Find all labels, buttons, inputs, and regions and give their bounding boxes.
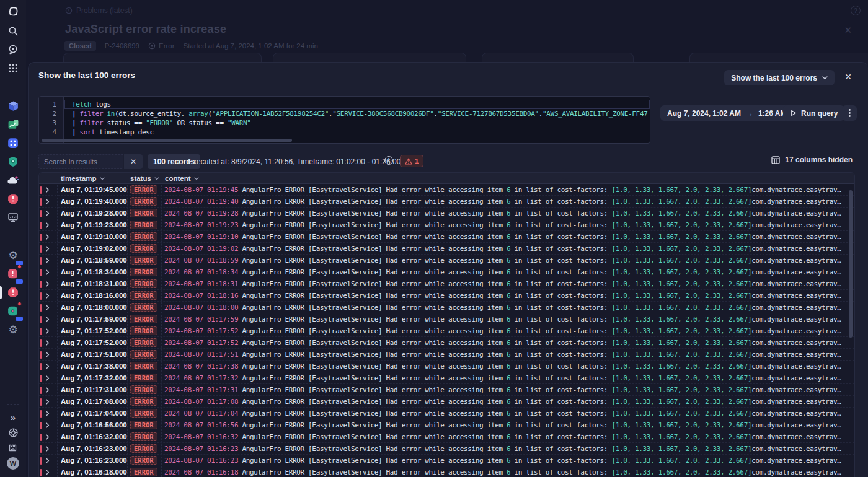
- help-icon[interactable]: ?: [851, 6, 861, 15]
- table-row[interactable]: Aug 7, 01:17:52.000ERROR2024-08-07 01:17…: [39, 325, 854, 337]
- table-row[interactable]: Aug 7, 01:18:31.000ERROR2024-08-07 01:18…: [39, 278, 854, 290]
- table-row[interactable]: Aug 7, 01:17:31.000ERROR2024-08-07 01:17…: [39, 384, 854, 396]
- table-row[interactable]: Aug 7, 01:16:32.000ERROR2024-08-07 01:16…: [39, 431, 854, 443]
- severity-indicator: [40, 292, 42, 300]
- row-expand-chevron-icon[interactable]: [46, 208, 50, 219]
- row-expand-chevron-icon[interactable]: [46, 408, 50, 419]
- app-grid-icon[interactable]: [5, 60, 21, 76]
- monitoring-icon[interactable]: [5, 439, 21, 455]
- settings-icon[interactable]: ⚙: [5, 322, 21, 338]
- row-expand-chevron-icon[interactable]: [46, 396, 50, 408]
- scrollbar-thumb[interactable]: [42, 139, 292, 142]
- davis-ai-icon[interactable]: [5, 42, 21, 58]
- table-row[interactable]: Aug 7, 01:16:23.000ERROR2024-08-07 01:16…: [39, 443, 854, 455]
- user-avatar[interactable]: W: [5, 455, 21, 471]
- row-expand-chevron-icon[interactable]: [46, 266, 50, 278]
- table-row[interactable]: Aug 7, 01:18:16.000ERROR2024-08-07 01:18…: [39, 290, 854, 302]
- column-header-status[interactable]: status: [130, 173, 159, 184]
- columns-hidden-button[interactable]: 17 columns hidden: [771, 155, 852, 164]
- table-row[interactable]: Aug 7, 01:17:04.000ERROR2024-08-07 01:17…: [39, 408, 854, 419]
- row-expand-chevron-icon[interactable]: [46, 361, 50, 372]
- modal-close-icon[interactable]: ✕: [843, 72, 853, 82]
- info-icon[interactable]: i: [384, 156, 393, 165]
- table-row[interactable]: Aug 7, 01:19:28.000ERROR2024-08-07 01:19…: [39, 208, 854, 219]
- row-content: 2024-08-07 01:19:10 AngularFro ERROR [Ea…: [164, 231, 846, 243]
- row-expand-chevron-icon[interactable]: [46, 278, 50, 290]
- search-input[interactable]: [38, 154, 123, 169]
- synthetic-icon[interactable]: [5, 303, 21, 319]
- warning-count-badge[interactable]: 1: [400, 155, 423, 167]
- table-row[interactable]: Aug 7, 01:19:02.000ERROR2024-08-07 01:19…: [39, 243, 854, 255]
- row-expand-chevron-icon[interactable]: [46, 349, 50, 361]
- settings-beta-icon[interactable]: ⚙: [5, 247, 21, 263]
- row-expand-chevron-icon[interactable]: [46, 231, 50, 243]
- table-row[interactable]: Aug 7, 01:19:23.000ERROR2024-08-07 01:19…: [39, 219, 854, 231]
- dashboards-icon[interactable]: [5, 116, 21, 133]
- row-expand-chevron-icon[interactable]: [46, 419, 50, 431]
- table-row[interactable]: Aug 7, 01:17:59.000ERROR2024-08-07 01:17…: [39, 313, 854, 325]
- code-line[interactable]: fetch logs: [64, 100, 650, 109]
- table-row[interactable]: Aug 7, 01:18:59.000ERROR2024-08-07 01:18…: [39, 255, 854, 266]
- table-row[interactable]: Aug 7, 01:16:23.000ERROR2024-08-07 01:16…: [39, 455, 854, 466]
- code-line[interactable]: | filter in(dt.source_entity, array("APP…: [64, 109, 650, 118]
- table-row[interactable]: Aug 7, 01:17:51.000ERROR2024-08-07 01:17…: [39, 349, 854, 361]
- page-close-icon[interactable]: ✕: [844, 25, 852, 36]
- row-expand-chevron-icon[interactable]: [46, 255, 50, 266]
- help-icon[interactable]: [5, 424, 21, 440]
- security-icon[interactable]: [5, 154, 21, 170]
- table-row[interactable]: Aug 7, 01:17:08.000ERROR2024-08-07 01:17…: [39, 396, 854, 408]
- errors-selector-dropdown[interactable]: Show the last 100 errors: [724, 70, 835, 85]
- column-header-timestamp[interactable]: timestamp: [61, 173, 105, 184]
- row-expand-chevron-icon[interactable]: [46, 196, 50, 208]
- search-icon[interactable]: [5, 23, 21, 39]
- row-expand-chevron-icon[interactable]: [46, 372, 50, 384]
- table-row[interactable]: Aug 7, 01:18:34.000ERROR2024-08-07 01:18…: [39, 266, 854, 278]
- editor-code[interactable]: fetch logs| filter in(dt.source_entity, …: [64, 97, 650, 138]
- code-line[interactable]: | sort timestamp desc: [64, 128, 650, 137]
- table-row[interactable]: Aug 7, 01:16:18.000ERROR2024-08-07 01:16…: [39, 466, 854, 477]
- timeframe-selector[interactable]: Aug 7, 2024, 1:02 AM → 1:26 AM: [660, 105, 804, 121]
- table-row[interactable]: Aug 7, 01:19:40.000ERROR2024-08-07 01:19…: [39, 196, 854, 208]
- row-expand-chevron-icon[interactable]: [46, 184, 50, 196]
- column-header-content[interactable]: content: [165, 173, 199, 184]
- problems-notification-icon[interactable]: [5, 266, 21, 282]
- row-timestamp: Aug 7, 01:19:02.000: [61, 243, 127, 255]
- clouds-icon[interactable]: [5, 172, 21, 188]
- table-row[interactable]: Aug 7, 01:17:38.000ERROR2024-08-07 01:17…: [39, 361, 854, 372]
- row-expand-chevron-icon[interactable]: [46, 455, 50, 466]
- dynatrace-logo-icon[interactable]: [5, 4, 21, 20]
- problems-icon[interactable]: [5, 191, 21, 207]
- row-expand-chevron-icon[interactable]: [46, 219, 50, 231]
- row-status-badge: ERROR: [130, 185, 157, 194]
- expand-sidebar-icon[interactable]: »: [5, 409, 21, 425]
- editor-horizontal-scrollbar[interactable]: [40, 139, 649, 142]
- row-expand-chevron-icon[interactable]: [46, 313, 50, 325]
- query-editor[interactable]: 1234 fetch logs| filter in(dt.source_ent…: [38, 96, 650, 144]
- infrastructure-icon[interactable]: [5, 98, 21, 114]
- query-more-options-button[interactable]: [842, 105, 857, 121]
- table-row[interactable]: Aug 7, 01:19:45.000ERROR2024-08-07 01:19…: [39, 184, 854, 196]
- row-expand-chevron-icon[interactable]: [46, 384, 50, 396]
- code-line[interactable]: | filter status == "ERROR" OR status == …: [64, 118, 650, 128]
- row-expand-chevron-icon[interactable]: [46, 431, 50, 443]
- problems-active-icon[interactable]: [5, 284, 21, 300]
- table-row[interactable]: Aug 7, 01:19:10.000ERROR2024-08-07 01:19…: [39, 231, 854, 243]
- row-expand-chevron-icon[interactable]: [46, 337, 50, 349]
- row-expand-chevron-icon[interactable]: [46, 443, 50, 455]
- search-clear-button[interactable]: ✕: [124, 154, 143, 169]
- table-row[interactable]: Aug 7, 01:17:52.000ERROR2024-08-07 01:17…: [39, 337, 854, 349]
- row-expand-chevron-icon[interactable]: [46, 325, 50, 337]
- row-expand-chevron-icon[interactable]: [46, 290, 50, 302]
- row-expand-chevron-icon[interactable]: [46, 302, 50, 313]
- table-row[interactable]: Aug 7, 01:16:56.000ERROR2024-08-07 01:16…: [39, 419, 854, 431]
- table-row[interactable]: Aug 7, 01:17:32.000ERROR2024-08-07 01:17…: [39, 372, 854, 384]
- severity-indicator: [40, 210, 42, 217]
- row-expand-chevron-icon[interactable]: [46, 243, 50, 255]
- scrollbar-thumb[interactable]: [849, 190, 852, 338]
- table-vertical-scrollbar[interactable]: [849, 188, 852, 475]
- run-query-button[interactable]: Run query: [783, 105, 844, 121]
- hosts-icon[interactable]: [5, 209, 21, 225]
- row-expand-chevron-icon[interactable]: [46, 466, 50, 477]
- table-row[interactable]: Aug 7, 01:18:00.000ERROR2024-08-07 01:18…: [39, 302, 854, 313]
- services-icon[interactable]: [5, 135, 21, 151]
